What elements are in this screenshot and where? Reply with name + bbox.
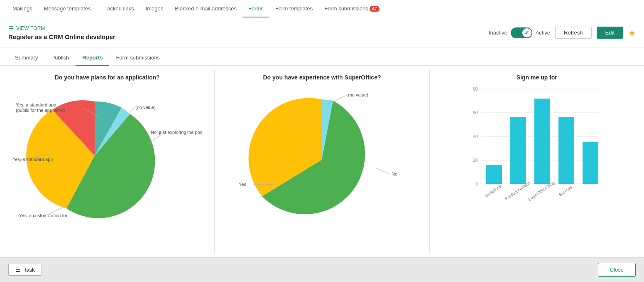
- content-area: Do you have plans for an application?: [0, 66, 644, 257]
- task-icon: ☰: [15, 267, 20, 273]
- form-title: Register as a CRM Online developer: [8, 33, 115, 40]
- chart1-svg: Yes, a standard app (public for the app …: [12, 85, 203, 218]
- svg-rect-31: [558, 117, 574, 184]
- chart1-area: Yes, a standard app (public for the app …: [12, 85, 203, 218]
- svg-text:40: 40: [473, 134, 478, 139]
- svg-text:Yes, a standard app: Yes, a standard app: [16, 102, 56, 107]
- tab-form-submissions[interactable]: Form submissions: [109, 50, 166, 66]
- svg-line-12: [328, 95, 347, 104]
- form-header: ☰ VIEW FORM Register as a CRM Online dev…: [0, 18, 644, 47]
- active-toggle[interactable]: ✓: [511, 27, 532, 38]
- svg-text:Yes: Yes: [239, 182, 246, 187]
- chart-panel-1: Do you have plans for an application?: [0, 70, 215, 253]
- submissions-badge: 47: [370, 6, 380, 12]
- svg-text:60: 60: [473, 110, 478, 115]
- nav-images[interactable]: Images: [140, 0, 169, 17]
- tab-publish[interactable]: Publish: [45, 50, 76, 66]
- sub-tabs: Summary Publish Reports Form submissions: [0, 47, 644, 66]
- chart-panel-2: Do you have experience with SuperOffice?…: [215, 70, 429, 253]
- chart2-title: Do you have experience with SuperOffice?: [263, 74, 381, 81]
- task-button[interactable]: ☰ Task: [8, 264, 42, 276]
- form-actions: Inactive ✓ Active Refresh Edit ★: [489, 27, 636, 39]
- form-icon: ☰: [8, 25, 14, 32]
- inactive-label: Inactive: [489, 30, 507, 36]
- svg-rect-29: [510, 117, 526, 184]
- view-form-link[interactable]: ☰ VIEW FORM: [8, 25, 115, 32]
- nav-form-submissions[interactable]: Form submissions47: [318, 0, 385, 17]
- svg-text:(no value): (no value): [135, 105, 156, 110]
- svg-text:No, just exploring the possibi: No, just exploring the possibilities: [151, 130, 203, 135]
- svg-text:(public for the app store): (public for the app store): [16, 108, 65, 113]
- svg-text:20: 20: [473, 158, 478, 163]
- tab-summary[interactable]: Summary: [8, 50, 45, 66]
- nav-blocked-emails[interactable]: Blocked e-mail addresses: [169, 0, 242, 17]
- top-navigation: Mailings Message templates Tracked links…: [0, 0, 644, 18]
- svg-text:80: 80: [473, 87, 478, 92]
- chart2-area: (no value) No Yes: [235, 85, 409, 218]
- svg-text:Surveys: Surveys: [558, 185, 573, 197]
- chart2-svg: (no value) No Yes: [235, 85, 409, 218]
- refresh-button[interactable]: Refresh: [555, 27, 592, 39]
- svg-text:Invitations: Invitations: [484, 184, 502, 198]
- svg-rect-30: [534, 99, 550, 184]
- svg-text:Yes, a customization for: Yes, a customization for: [19, 213, 68, 218]
- active-toggle-group: Inactive ✓ Active: [489, 27, 550, 38]
- chart3-area: 80 60 40 20 0: [466, 85, 607, 218]
- edit-button[interactable]: Edit: [597, 27, 623, 39]
- chart3-svg: 80 60 40 20 0: [466, 85, 607, 210]
- toggle-thumb: ✓: [522, 28, 531, 37]
- tab-reports[interactable]: Reports: [76, 50, 109, 66]
- svg-line-3: [128, 108, 134, 115]
- nav-mailings[interactable]: Mailings: [7, 0, 38, 17]
- active-label: Active: [536, 30, 550, 36]
- form-info: ☰ VIEW FORM Register as a CRM Online dev…: [8, 25, 115, 40]
- svg-rect-32: [583, 142, 598, 184]
- chart3-title: Sign me up for: [517, 74, 557, 81]
- nav-form-templates[interactable]: Form templates: [269, 0, 318, 17]
- svg-text:Yes, a standard app: Yes, a standard app: [12, 157, 53, 162]
- close-button[interactable]: Close: [598, 263, 636, 277]
- nav-tracked-links[interactable]: Tracked links: [96, 0, 140, 17]
- svg-text:(no value): (no value): [348, 92, 368, 97]
- chart-panel-3: Sign me up for 80 60 40 20 0: [430, 70, 644, 253]
- svg-line-14: [376, 168, 390, 174]
- bottom-bar: ☰ Task Close: [0, 257, 644, 282]
- check-icon: ✓: [524, 30, 529, 36]
- nav-forms[interactable]: Forms: [242, 0, 269, 17]
- nav-message-templates[interactable]: Message templates: [38, 0, 97, 17]
- charts-container: Do you have plans for an application?: [0, 66, 644, 257]
- favorite-icon[interactable]: ★: [628, 28, 636, 38]
- svg-rect-28: [486, 165, 502, 184]
- chart1-title: Do you have plans for an application?: [55, 74, 160, 81]
- svg-text:0: 0: [475, 181, 478, 186]
- svg-text:No: No: [392, 171, 397, 176]
